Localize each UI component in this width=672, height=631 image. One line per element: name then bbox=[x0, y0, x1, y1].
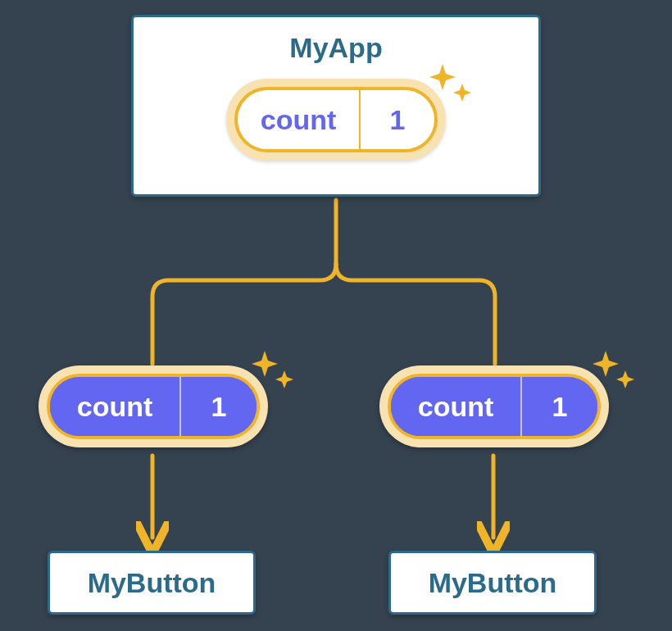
prop-pill-right-label: count bbox=[391, 377, 522, 436]
prop-pill-left-label: count bbox=[50, 377, 181, 436]
myapp-node: MyApp count 1 bbox=[131, 15, 541, 197]
prop-pill-left: count 1 bbox=[47, 374, 260, 439]
prop-pill-left-glow: count 1 bbox=[39, 365, 268, 447]
myapp-title: MyApp bbox=[289, 32, 382, 64]
prop-pill-right-glow: count 1 bbox=[379, 365, 609, 447]
mybutton-title-right: MyButton bbox=[429, 567, 557, 599]
mybutton-title-left: MyButton bbox=[88, 567, 216, 599]
state-pill-glow: count 1 bbox=[226, 79, 446, 161]
prop-pill-left-value: 1 bbox=[181, 377, 257, 436]
prop-pill-right-value: 1 bbox=[522, 377, 597, 436]
sparkle-icon bbox=[591, 347, 640, 397]
state-pill-label: count bbox=[238, 90, 361, 149]
mybutton-node-left: MyButton bbox=[48, 551, 256, 615]
mybutton-node-right: MyButton bbox=[388, 551, 597, 615]
state-pill: count 1 bbox=[234, 87, 438, 152]
sparkle-icon bbox=[250, 347, 299, 397]
prop-pill-right: count 1 bbox=[388, 374, 601, 439]
state-pill-value: 1 bbox=[361, 90, 434, 149]
sparkle-icon bbox=[428, 61, 477, 110]
